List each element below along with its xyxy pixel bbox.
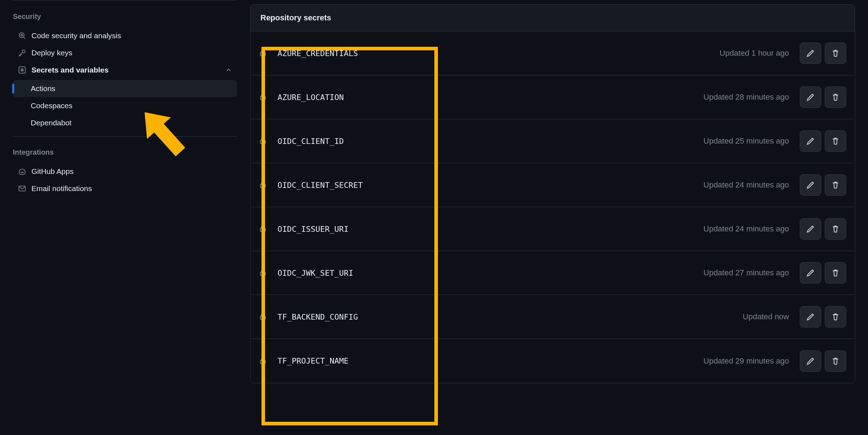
svg-rect-9 [260,272,265,276]
secret-updated: Updated 1 hour ago [720,49,789,58]
lock-icon [259,312,268,321]
sidebar-subitem-label: Codespaces [31,101,73,110]
svg-rect-10 [260,316,265,320]
lock-icon [259,137,268,145]
sidebar-item-github-apps[interactable]: GitHub Apps [13,163,237,180]
edit-secret-button[interactable] [800,350,821,372]
edit-secret-button[interactable] [800,174,821,196]
mail-icon [18,184,26,193]
lock-icon [259,49,268,58]
secret-row: OIDC_ISSUER_URIUpdated 24 minutes ago [250,207,855,251]
secret-row: OIDC_CLIENT_IDUpdated 25 minutes ago [250,119,855,163]
lock-icon [259,225,268,233]
sidebar-subitem-actions[interactable]: Actions [13,80,237,97]
sidebar-item-label: Code security and analysis [31,31,121,40]
sidebar-item-code-security[interactable]: Code security and analysis [13,27,237,44]
section-title-integrations: Integrations [13,144,237,161]
sidebar-item-label: GitHub Apps [31,167,74,176]
svg-point-0 [19,33,24,38]
svg-rect-6 [260,140,265,144]
edit-secret-button[interactable] [800,42,821,64]
secret-name: OIDC_CLIENT_SECRET [278,181,363,190]
svg-rect-5 [260,96,265,100]
secret-row: TF_PROJECT_NAMEUpdated 29 minutes ago [250,339,855,383]
main-content: Repository secrets AZURE_CREDENTIALSUpda… [250,0,868,435]
secret-updated: Updated 24 minutes ago [703,180,789,190]
sidebar-subitem-dependabot[interactable]: Dependabot [13,114,237,131]
sidebar-subitem-codespaces[interactable]: Codespaces [13,97,237,114]
sidebar-item-deploy-keys[interactable]: Deploy keys [13,44,237,61]
secret-name: TF_BACKEND_CONFIG [278,312,358,321]
settings-sidebar: Security Code security and analysis Depl… [0,0,250,435]
lock-icon [259,93,268,101]
delete-secret-button[interactable] [825,130,846,152]
hubot-icon [18,167,26,176]
secret-updated: Updated now [743,312,789,321]
lock-icon [259,269,268,277]
sidebar-item-label: Secrets and variables [31,66,109,74]
secret-updated: Updated 27 minutes ago [703,268,789,278]
key-icon [18,49,26,57]
edit-secret-button[interactable] [800,218,821,240]
sidebar-item-label: Deploy keys [31,49,72,57]
svg-rect-4 [260,52,265,56]
delete-secret-button[interactable] [825,86,846,108]
secret-name: OIDC_ISSUER_URI [278,225,349,234]
sidebar-subitem-label: Dependabot [31,119,71,127]
secret-updated: Updated 25 minutes ago [703,136,789,146]
delete-secret-button[interactable] [825,42,846,64]
delete-secret-button[interactable] [825,350,846,372]
shield-scan-icon [18,31,26,40]
sidebar-subitem-label: Actions [31,84,55,93]
svg-rect-8 [260,228,265,232]
asterisk-box-icon [18,66,26,74]
svg-rect-11 [260,360,265,364]
secret-row: OIDC_JWK_SET_URIUpdated 27 minutes ago [250,251,855,295]
section-title-security: Security [13,8,237,25]
sidebar-item-email-notifications[interactable]: Email notifications [13,180,237,197]
secret-row: TF_BACKEND_CONFIGUpdated now [250,295,855,339]
secret-name: AZURE_LOCATION [278,93,344,102]
secret-row: AZURE_CREDENTIALSUpdated 1 hour ago [250,31,855,75]
edit-secret-button[interactable] [800,262,821,284]
secret-name: TF_PROJECT_NAME [278,356,349,365]
secret-name: OIDC_JWK_SET_URI [278,269,353,278]
secret-row: AZURE_LOCATIONUpdated 28 minutes ago [250,75,855,119]
secrets-variables-submenu: Actions Codespaces Dependabot [13,80,237,131]
edit-secret-button[interactable] [800,86,821,108]
lock-icon [259,357,268,365]
delete-secret-button[interactable] [825,218,846,240]
svg-point-1 [22,50,25,53]
secret-row: OIDC_CLIENT_SECRETUpdated 24 minutes ago [250,163,855,207]
repository-secrets-panel: Repository secrets AZURE_CREDENTIALSUpda… [250,4,855,383]
lock-icon [259,181,268,189]
secret-name: OIDC_CLIENT_ID [278,137,344,146]
secret-name: AZURE_CREDENTIALS [278,49,358,58]
delete-secret-button[interactable] [825,306,846,328]
sidebar-item-label: Email notifications [31,184,92,193]
svg-rect-7 [260,184,265,188]
panel-title: Repository secrets [250,5,855,31]
chevron-up-icon [225,66,232,74]
delete-secret-button[interactable] [825,174,846,196]
secret-updated: Updated 28 minutes ago [703,92,789,102]
sidebar-item-secrets-variables[interactable]: Secrets and variables [13,61,237,79]
secret-updated: Updated 24 minutes ago [703,224,789,234]
edit-secret-button[interactable] [800,306,821,328]
secret-updated: Updated 29 minutes ago [703,356,789,366]
edit-secret-button[interactable] [800,130,821,152]
delete-secret-button[interactable] [825,262,846,284]
